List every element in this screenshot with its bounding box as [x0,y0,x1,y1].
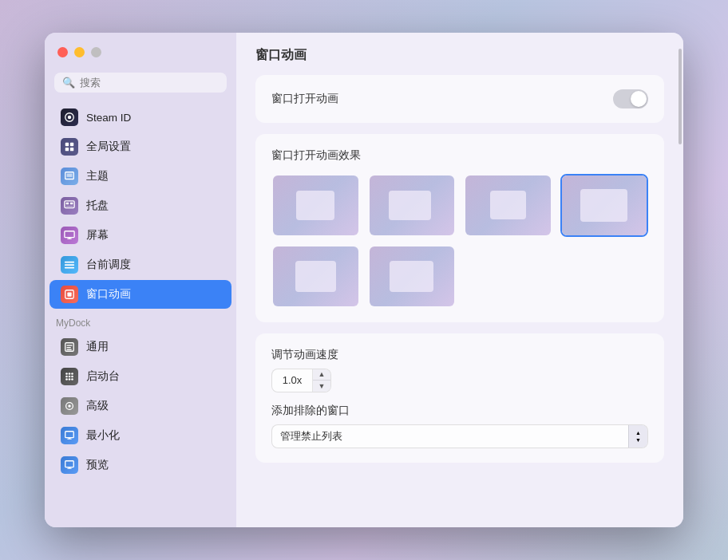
speed-stepper[interactable]: 1.0x ▲ ▼ [271,369,331,392]
stage-icon [61,256,78,274]
sidebar-item-minimize[interactable]: 最小化 [49,421,231,450]
close-button[interactable] [57,47,68,57]
maximize-button[interactable] [91,47,101,57]
sidebar-item-tray[interactable]: 托盘 [49,191,231,220]
scrollbar-thumb[interactable] [679,49,682,144]
sidebar-item-global[interactable]: 全局设置 [49,132,231,161]
svg-point-1 [68,116,71,119]
dropdown-arrow: ▲ ▼ [628,425,647,448]
effect-thumbnail-1 [273,175,358,235]
sidebar-item-general[interactable]: 通用 [49,333,231,361]
svg-point-32 [71,378,73,381]
sidebar-item-stage[interactable]: 台前调度 [49,250,231,279]
svg-rect-8 [65,201,74,208]
svg-point-25 [69,373,71,375]
search-bar[interactable]: 🔍 [54,73,227,93]
svg-point-26 [71,373,73,375]
launchpad-icon [61,368,78,385]
sidebar: 🔍 Steam ID [45,33,236,527]
effects-title: 窗口打开动画效果 [271,148,648,163]
open-animation-card: 窗口打开动画 [255,75,664,123]
theme-icon [61,168,78,185]
svg-rect-3 [70,143,73,146]
svg-point-30 [65,378,68,381]
sidebar-item-advanced[interactable]: 高级 [49,392,231,420]
screen-icon [61,227,78,244]
sidebar-label-anim: 窗口动画 [86,287,131,302]
speed-label: 调节动画速度 [271,348,648,362]
anim-icon [61,286,78,303]
effect-inner-4 [580,189,627,222]
open-animation-row: 窗口打开动画 [271,89,648,108]
svg-point-28 [69,376,71,378]
section-label-mydock: MyDock [45,310,236,332]
svg-rect-40 [69,467,70,468]
sidebar-label-launchpad: 启动台 [86,369,120,384]
svg-rect-5 [70,148,73,151]
tray-icon [61,197,78,215]
sidebar-item-theme[interactable]: 主题 [49,162,231,191]
sidebar-nav: Steam ID 全局设置 [45,102,236,527]
speed-card: 调节动画速度 1.0x ▲ ▼ 添加排除的窗口 管理禁 [255,333,664,463]
speed-control-row: 1.0x ▲ ▼ [271,369,648,392]
minimize-button[interactable] [74,47,85,57]
svg-rect-19 [67,292,71,296]
sidebar-label-general: 通用 [86,340,109,354]
stepper-up-button[interactable]: ▲ [313,369,330,381]
svg-rect-21 [67,345,73,345]
stepper-down-button[interactable]: ▼ [313,381,330,392]
sidebar-label-minimize: 最小化 [86,428,120,443]
effects-grid-row2 [271,245,648,308]
search-input[interactable] [80,77,219,89]
svg-rect-38 [65,461,74,467]
effect-item-2[interactable] [368,174,457,237]
svg-point-24 [65,373,68,375]
svg-rect-10 [70,203,73,205]
effect-inner-6 [390,261,433,292]
exclude-dropdown[interactable]: 管理禁止列表 ▲ ▼ [271,424,648,448]
sidebar-label-theme: 主题 [86,169,109,183]
stepper-buttons: ▲ ▼ [312,369,330,392]
open-animation-label: 窗口打开动画 [271,92,338,106]
arrow-up-icon: ▲ [635,430,641,436]
effects-grid-row1 [271,174,648,237]
general-icon [61,338,78,356]
effect-item-1[interactable] [271,174,360,237]
dropdown-value: 管理禁止列表 [272,429,628,444]
sidebar-item-screen[interactable]: 屏幕 [49,221,231,250]
sidebar-label-global: 全局设置 [86,140,131,154]
sidebar-item-preview[interactable]: 预览 [49,451,231,479]
global-icon [61,138,78,156]
search-icon: 🔍 [62,77,75,89]
svg-rect-12 [65,231,74,238]
svg-point-29 [71,376,73,378]
sidebar-item-steam-id[interactable]: Steam ID [49,103,231,132]
effect-thumbnail-3 [465,175,551,235]
effect-item-4[interactable] [560,174,649,237]
effect-item-3[interactable] [464,174,552,237]
main-content: 窗口动画 窗口打开动画 窗口打开动画效果 [236,33,683,527]
speed-value: 1.0x [272,374,312,386]
svg-rect-37 [69,437,70,439]
arrow-down-icon: ▼ [635,437,641,443]
svg-rect-7 [67,174,73,177]
sidebar-label-tray: 托盘 [86,199,109,213]
open-animation-toggle[interactable] [613,89,648,108]
sidebar-item-window-animation[interactable]: 窗口动画 [49,280,231,309]
effect-inner-2 [389,191,431,220]
svg-rect-14 [69,238,70,239]
svg-rect-17 [65,267,74,269]
svg-point-27 [65,376,68,378]
svg-point-31 [69,378,71,381]
exclude-label: 添加排除的窗口 [271,404,648,418]
effect-item-6[interactable] [368,245,457,308]
svg-rect-35 [65,432,74,438]
effect-item-5[interactable] [271,245,360,308]
sidebar-item-launchpad[interactable]: 启动台 [49,362,231,391]
svg-rect-11 [66,206,73,207]
sidebar-label-advanced: 高级 [86,399,109,413]
page-title: 窗口动画 [236,33,683,75]
scrollbar-track[interactable] [677,33,683,527]
svg-rect-9 [66,203,69,205]
effect-thumbnail-2 [370,175,455,235]
